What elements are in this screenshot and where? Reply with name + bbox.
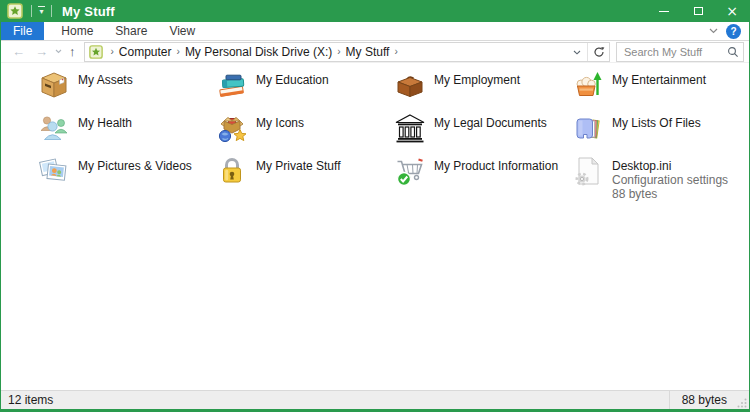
tile-my-product-information[interactable]: My Product Information <box>394 155 572 198</box>
title-bar: ▾ My Stuff × <box>1 0 749 22</box>
tile-label: My Private Stuff <box>248 155 340 173</box>
tile-label: My Lists Of Files <box>604 112 701 130</box>
resize-grip[interactable] <box>737 398 747 408</box>
breadcrumb-my-stuff[interactable]: My Stuff <box>346 45 390 59</box>
breadcrumb-separator: › <box>106 46 119 57</box>
file-size-text: 88 bytes <box>612 187 728 201</box>
breadcrumb-separator: › <box>172 46 185 57</box>
photos-icon <box>38 155 70 187</box>
folder-files-icon <box>572 112 604 144</box>
bank-icon <box>394 112 426 144</box>
minimize-button[interactable] <box>647 0 681 22</box>
search-box[interactable] <box>616 42 744 62</box>
chevron-down-icon <box>709 28 718 34</box>
breadcrumb-drive[interactable]: My Personal Disk Drive (X:) <box>185 45 332 59</box>
tile-my-legal-documents[interactable]: My Legal Documents <box>394 112 572 155</box>
folder-star-icon <box>89 45 103 59</box>
breadcrumb-computer[interactable]: Computer <box>119 45 172 59</box>
selection-size: 88 bytes <box>670 393 737 407</box>
close-button[interactable]: × <box>715 0 749 22</box>
tile-my-health[interactable]: My Health <box>38 112 216 155</box>
status-bar: 12 items 88 bytes <box>1 390 749 409</box>
recent-locations-icon[interactable] <box>53 45 64 58</box>
cart-check-icon <box>394 155 426 187</box>
address-bar[interactable]: › Computer › My Personal Disk Drive (X:)… <box>84 42 611 62</box>
tile-label: My Employment <box>426 69 520 87</box>
tile-desktop-ini[interactable]: Desktop.ini Configuration settings 88 by… <box>572 155 749 198</box>
tile-my-private-stuff[interactable]: My Private Stuff <box>216 155 394 198</box>
help-button[interactable]: ? <box>726 24 741 39</box>
window-title: My Stuff <box>62 4 115 19</box>
tab-view[interactable]: View <box>158 22 206 40</box>
breadcrumb-separator: › <box>389 46 402 57</box>
my-stuff-folder-icon[interactable] <box>7 3 23 19</box>
tile-label: My Education <box>248 69 329 87</box>
open-box-icon <box>216 112 248 144</box>
tile-my-lists-of-files[interactable]: My Lists Of Files <box>572 112 749 155</box>
tile-label: My Product Information <box>426 155 558 173</box>
search-icon[interactable] <box>727 46 739 58</box>
maximize-icon <box>694 7 703 15</box>
search-input[interactable] <box>624 46 727 58</box>
tile-my-icons[interactable]: My Icons <box>216 112 394 155</box>
tile-label: My Icons <box>248 112 304 130</box>
box-icon <box>38 69 70 101</box>
explorer-window: ▾ My Stuff × File Home Share View ? ← → … <box>0 0 750 412</box>
tile-my-entertainment[interactable]: My Entertainment <box>572 69 749 112</box>
padlock-icon <box>216 155 248 187</box>
back-button[interactable]: ← <box>7 45 30 58</box>
separator <box>51 5 52 17</box>
address-dropdown-icon[interactable] <box>567 47 587 57</box>
people-icon <box>38 112 70 144</box>
quick-access-toolbar-dropdown-icon[interactable]: ▾ <box>36 6 47 16</box>
tile-my-assets[interactable]: My Assets <box>38 69 216 112</box>
tiles-grid: My Assets My Education <box>38 69 749 198</box>
tile-label: My Assets <box>70 69 133 87</box>
tile-label: My Pictures & Videos <box>70 155 192 173</box>
file-list-area: My Assets My Education <box>1 63 749 390</box>
items-count: 12 items <box>8 393 53 407</box>
up-button[interactable]: ↑ <box>64 45 81 58</box>
tab-share[interactable]: Share <box>104 22 158 40</box>
breadcrumb-separator: › <box>332 46 345 57</box>
settings-file-icon <box>572 155 604 187</box>
tile-label: Desktop.ini <box>612 159 728 173</box>
tab-file[interactable]: File <box>1 22 44 40</box>
tile-label: My Health <box>70 112 132 130</box>
refresh-button[interactable] <box>587 43 609 61</box>
tab-home[interactable]: Home <box>50 22 104 40</box>
tile-my-education[interactable]: My Education <box>216 69 394 112</box>
expand-ribbon-button[interactable] <box>701 22 726 40</box>
forward-button[interactable]: → <box>30 45 53 58</box>
popcorn-icon <box>572 69 604 101</box>
tile-my-pictures-videos[interactable]: My Pictures & Videos <box>38 155 216 198</box>
file-type-text: Configuration settings <box>612 173 728 187</box>
books-icon <box>216 69 248 101</box>
ribbon-tabs: File Home Share View ? <box>1 22 749 41</box>
maximize-button[interactable] <box>681 0 715 22</box>
tile-my-employment[interactable]: My Employment <box>394 69 572 112</box>
navigation-bar: ← → ↑ › Computer › My Personal Disk Driv… <box>1 41 749 63</box>
minimize-icon <box>659 11 669 12</box>
tile-label: My Entertainment <box>604 69 706 87</box>
separator <box>31 5 32 17</box>
close-icon: × <box>726 4 738 18</box>
refresh-icon <box>593 46 605 58</box>
briefcase-icon <box>394 69 426 101</box>
tile-label: My Legal Documents <box>426 112 547 130</box>
